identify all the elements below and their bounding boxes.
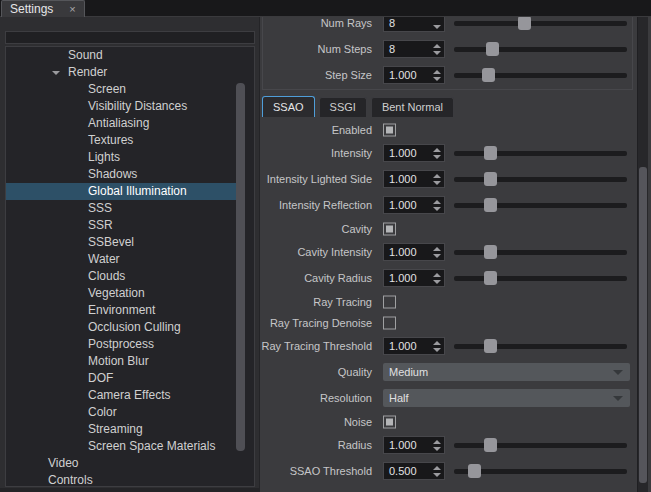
spin-down-icon[interactable] — [433, 77, 441, 81]
cavity-intensity-spinbox[interactable]: 1.000 — [383, 243, 445, 261]
tree-item-camera-effects[interactable]: Camera Effects — [6, 387, 241, 404]
tree-item-motion-blur[interactable]: Motion Blur — [6, 353, 241, 370]
resolution-dropdown[interactable]: Half — [383, 389, 630, 407]
tab-bent-normal[interactable]: Bent Normal — [371, 97, 454, 117]
radius-spinbox[interactable]: 1.000 — [383, 436, 445, 454]
num-steps-slider[interactable] — [454, 36, 627, 62]
tree-item-postprocess[interactable]: Postprocess — [6, 336, 241, 353]
spin-up-icon[interactable] — [433, 148, 441, 152]
cavity-checkbox[interactable] — [383, 222, 396, 235]
spin-down-icon[interactable] — [433, 181, 441, 185]
step-size-slider[interactable] — [454, 62, 627, 88]
tree-item-controls[interactable]: Controls — [6, 472, 241, 487]
tree-item-water[interactable]: Water — [6, 251, 241, 268]
intensity-lighted-side-spinbox[interactable]: 1.000 — [383, 170, 445, 188]
spin-down-icon[interactable] — [433, 207, 441, 211]
spin-down-icon[interactable] — [433, 280, 441, 284]
ssao-threshold-slider[interactable] — [454, 458, 627, 484]
spin-up-icon[interactable] — [433, 44, 441, 48]
spin-up-icon[interactable] — [433, 273, 441, 277]
slider-handle[interactable] — [484, 245, 497, 259]
intensity-slider[interactable] — [454, 140, 627, 166]
spinbox-value[interactable]: 1.000 — [384, 69, 430, 81]
tree-item-render[interactable]: Render — [6, 64, 241, 81]
slider-handle[interactable] — [482, 68, 495, 82]
tree-item-ssr[interactable]: SSR — [6, 217, 241, 234]
tree-item-ssbevel[interactable]: SSBevel — [6, 234, 241, 251]
ray-tracing-denoise-checkbox[interactable] — [383, 316, 396, 329]
tree-item-sss[interactable]: SSS — [6, 200, 241, 217]
tab-ssgi[interactable]: SSGI — [319, 97, 367, 117]
spin-up-icon[interactable] — [433, 174, 441, 178]
slider-handle[interactable] — [518, 17, 531, 30]
tree-item-lights[interactable]: Lights — [6, 149, 241, 166]
spin-up-icon[interactable] — [433, 341, 441, 345]
spin-up-icon[interactable] — [433, 247, 441, 251]
tab-ssao[interactable]: SSAO — [262, 96, 315, 117]
spinbox-value[interactable]: 1.000 — [384, 199, 430, 211]
tree-item-visibility-distances[interactable]: Visibility Distances — [6, 98, 241, 115]
spinbox-value[interactable]: 1.000 — [384, 173, 430, 185]
tree-item-color[interactable]: Color — [6, 404, 241, 421]
slider-handle[interactable] — [484, 271, 497, 285]
step-size-spinbox[interactable]: 1.000 — [383, 66, 445, 84]
spinbox-value[interactable]: 1.000 — [384, 340, 430, 352]
spin-down-icon[interactable] — [433, 51, 441, 55]
slider-handle[interactable] — [486, 42, 499, 56]
cavity-radius-slider[interactable] — [454, 265, 627, 291]
radius-slider[interactable] — [454, 432, 627, 458]
spinbox-value[interactable]: 0.500 — [384, 465, 430, 477]
ssao-threshold-spinbox[interactable]: 0.500 — [383, 462, 445, 480]
spin-down-icon[interactable] — [433, 447, 441, 451]
intensity-reflection-spinbox[interactable]: 1.000 — [383, 196, 445, 214]
tree-item-screen-space-materials[interactable]: Screen Space Materials — [6, 438, 241, 455]
num-steps-spinbox[interactable]: 8 — [383, 40, 445, 58]
tree-item-dof[interactable]: DOF — [6, 370, 241, 387]
enabled-checkbox[interactable] — [383, 123, 396, 136]
spin-down-icon[interactable] — [433, 348, 441, 352]
spin-up-icon[interactable] — [433, 200, 441, 204]
spin-down-icon[interactable] — [433, 473, 441, 477]
spinbox-value[interactable]: 1.000 — [384, 439, 430, 451]
slider-handle[interactable] — [468, 464, 481, 478]
spinbox-value[interactable]: 1.000 — [384, 246, 430, 258]
close-icon[interactable]: × — [69, 4, 75, 14]
spin-up-icon[interactable] — [433, 466, 441, 470]
spin-down-icon[interactable] — [433, 155, 441, 159]
spinbox-value[interactable]: 8 — [384, 43, 430, 55]
spin-up-icon[interactable] — [433, 70, 441, 74]
tree-item-occlusion-culling[interactable]: Occlusion Culling — [6, 319, 241, 336]
cavity-intensity-slider[interactable] — [454, 239, 627, 265]
spinbox-value[interactable]: 1.000 — [384, 147, 430, 159]
num-rays-spinbox[interactable]: 8 — [383, 17, 445, 32]
tree-item-streaming[interactable]: Streaming — [6, 421, 241, 438]
intensity-lighted-side-slider[interactable] — [454, 166, 627, 192]
tree-item-antialiasing[interactable]: Antialiasing — [6, 115, 241, 132]
slider-handle[interactable] — [484, 438, 497, 452]
spinbox-value[interactable]: 1.000 — [384, 272, 430, 284]
spinbox-value[interactable]: 8 — [384, 17, 430, 29]
noise-checkbox[interactable] — [383, 415, 396, 428]
tree-item-textures[interactable]: Textures — [6, 132, 241, 149]
slider-handle[interactable] — [484, 339, 497, 353]
intensity-reflection-slider[interactable] — [454, 192, 627, 218]
tree-item-video[interactable]: Video — [6, 455, 241, 472]
expander-arrow-icon[interactable] — [52, 71, 60, 75]
tree-item-sound[interactable]: Sound — [6, 47, 241, 64]
slider-handle[interactable] — [484, 198, 497, 212]
quality-dropdown[interactable]: Medium — [383, 363, 630, 381]
spin-down-icon[interactable] — [433, 254, 441, 258]
tree-item-shadows[interactable]: Shadows — [6, 166, 241, 183]
tree-filter-input[interactable] — [5, 31, 255, 44]
spin-down-icon[interactable] — [433, 25, 441, 29]
tree-item-global-illumination[interactable]: Global Illumination — [6, 183, 241, 200]
tab-settings[interactable]: Settings × — [1, 0, 85, 17]
intensity-spinbox[interactable]: 1.000 — [383, 144, 445, 162]
tree-item-vegetation[interactable]: Vegetation — [6, 285, 241, 302]
ray-tracing-checkbox[interactable] — [383, 295, 396, 308]
num-rays-slider[interactable] — [454, 17, 627, 36]
ray-tracing-threshold-slider[interactable] — [454, 333, 627, 359]
tree-item-screen[interactable]: Screen — [6, 81, 241, 98]
cavity-radius-spinbox[interactable]: 1.000 — [383, 269, 445, 287]
panel-scrollbar-thumb[interactable] — [639, 167, 647, 483]
